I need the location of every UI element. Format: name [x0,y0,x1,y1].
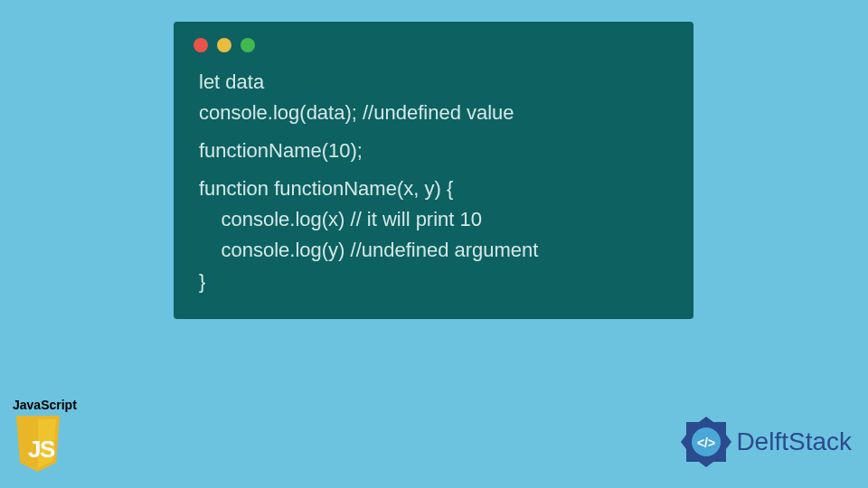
window-controls [174,22,693,58]
code-line: console.log(y) //undefined argument [199,235,668,266]
code-line: console.log(data); //undefined value [199,98,668,128]
maximize-icon [241,38,255,52]
svg-text:S: S [40,436,55,463]
code-line: } [199,267,668,297]
javascript-label: JavaScript [13,398,77,412]
javascript-shield-icon: J S [13,416,63,472]
delftstack-badge-icon: </> [678,414,734,470]
minimize-icon [217,38,231,52]
code-window: let data console.log(data); //undefined … [174,22,693,319]
code-line: let data [199,67,668,98]
code-line: functionName(10); [199,136,668,166]
close-icon [193,38,208,52]
delftstack-logo: </> DelftStack [678,414,852,470]
code-line: function functionName(x, y) { [199,174,668,204]
code-content: let data console.log(data); //undefined … [174,58,693,297]
code-line: console.log(x) // it will print 10 [199,204,668,235]
javascript-logo: JavaScript J S [13,398,77,472]
delftstack-text: DelftStack [736,427,852,456]
svg-text:</>: </> [697,436,715,450]
